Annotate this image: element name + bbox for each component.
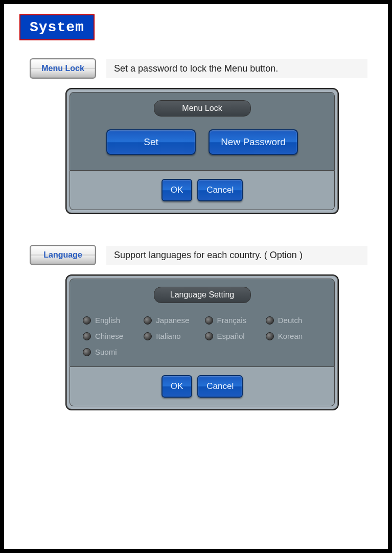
- page-title: System: [19, 14, 95, 40]
- radio-icon: [205, 332, 213, 340]
- language-label-button[interactable]: Language: [30, 245, 96, 265]
- menu-lock-ok-button[interactable]: OK: [162, 179, 193, 201]
- language-option-label: Korean: [278, 332, 303, 340]
- menu-lock-section: Menu Lock Set a password to lock the Men…: [30, 58, 378, 214]
- language-option-label: Deutch: [278, 316, 303, 325]
- language-description: Support languages for each country. ( Op…: [106, 246, 367, 265]
- language-option-english[interactable]: English: [83, 316, 139, 325]
- language-option-korean[interactable]: Korean: [266, 332, 321, 340]
- language-section: Language Support languages for each coun…: [30, 245, 378, 410]
- language-option-italiano[interactable]: Italiano: [144, 332, 199, 340]
- menu-lock-dialog-body: Menu Lock Set New Password: [70, 92, 335, 171]
- set-button[interactable]: Set: [106, 129, 196, 155]
- language-option-chinese[interactable]: Chinese: [83, 332, 139, 340]
- language-dialog-title: Language Setting: [154, 287, 251, 303]
- menu-lock-header: Menu Lock Set a password to lock the Men…: [30, 58, 378, 79]
- language-dialog-body: Language Setting English Japanese França…: [70, 279, 335, 367]
- language-header: Language Support languages for each coun…: [30, 245, 378, 265]
- menu-lock-dialog-footer: OK Cancel: [70, 171, 335, 210]
- menu-lock-cancel-button[interactable]: Cancel: [197, 179, 243, 201]
- radio-icon: [83, 332, 91, 340]
- language-ok-button[interactable]: OK: [162, 375, 193, 398]
- radio-icon: [266, 332, 274, 340]
- menu-lock-label-button[interactable]: Menu Lock: [30, 58, 96, 79]
- language-option-japanese[interactable]: Japanese: [144, 316, 199, 325]
- menu-lock-dialog-title: Menu Lock: [154, 100, 251, 117]
- language-option-label: Chinese: [95, 332, 123, 340]
- new-password-button[interactable]: New Password: [209, 129, 298, 155]
- language-option-label: English: [95, 316, 120, 325]
- menu-lock-dialog: Menu Lock Set New Password OK Cancel: [65, 88, 339, 214]
- language-option-espanol[interactable]: Español: [205, 332, 261, 340]
- radio-icon: [83, 316, 91, 325]
- radio-icon: [205, 316, 213, 325]
- language-option-label: Español: [217, 332, 245, 340]
- language-option-label: Français: [217, 316, 247, 325]
- radio-icon: [266, 316, 274, 325]
- radio-icon: [83, 348, 91, 356]
- page: System Menu Lock Set a password to lock …: [0, 0, 392, 553]
- menu-lock-description: Set a password to lock the Menu button.: [106, 59, 367, 78]
- language-option-label: Italiano: [156, 332, 180, 340]
- language-option-deutch[interactable]: Deutch: [266, 316, 321, 325]
- radio-icon: [144, 332, 152, 340]
- language-dialog-footer: OK Cancel: [70, 367, 335, 406]
- language-dialog: Language Setting English Japanese França…: [65, 274, 339, 410]
- language-option-suomi[interactable]: Suomi: [83, 348, 139, 356]
- language-option-label: Suomi: [95, 348, 117, 356]
- language-options-grid: English Japanese Français Deutch Chinese…: [80, 316, 324, 356]
- language-cancel-button[interactable]: Cancel: [197, 375, 243, 398]
- menu-lock-buttons-row: Set New Password: [80, 129, 324, 155]
- language-option-francais[interactable]: Français: [205, 316, 261, 325]
- radio-icon: [144, 316, 152, 325]
- language-option-label: Japanese: [156, 316, 189, 325]
